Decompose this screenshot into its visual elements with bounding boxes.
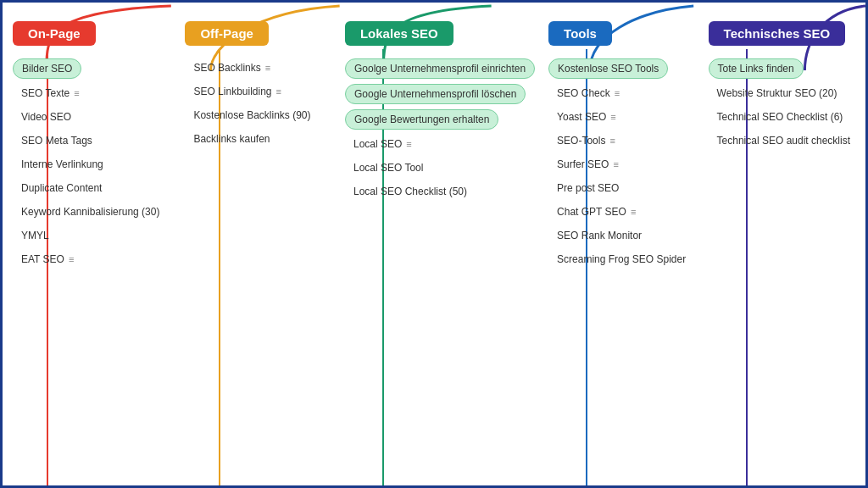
column-header-offpage[interactable]: Off-Page <box>185 21 269 46</box>
node-onpage-4[interactable]: Interne Verlinkung <box>13 155 112 174</box>
column-technisches: Technisches SEOTote Links findenWebsite … <box>702 3 865 485</box>
node-tools-0[interactable]: Kostenlose SEO Tools <box>548 58 668 79</box>
node-onpage-5[interactable]: Duplicate Content <box>13 179 110 197</box>
node-lokales-2[interactable]: Google Bewertungen erhalten <box>345 109 498 130</box>
node-offpage-2[interactable]: Kostenlose Backlinks (90) <box>185 106 319 125</box>
node-tools-8[interactable]: Screaming Frog SEO Spider <box>548 250 694 269</box>
column-header-technisches[interactable]: Technisches SEO <box>709 21 846 46</box>
node-tools-2[interactable]: Yoast SEO <box>548 108 625 126</box>
node-lokales-5[interactable]: Local SEO Checklist (50) <box>345 182 476 201</box>
node-tools-6[interactable]: Chat GPT SEO <box>548 202 644 221</box>
node-onpage-6[interactable]: Keyword Kannibalisierung (30) <box>13 202 168 221</box>
node-lokales-4[interactable]: Local SEO Tool <box>345 158 432 177</box>
column-header-lokales[interactable]: Lokales SEO <box>345 21 453 46</box>
node-technisches-1[interactable]: Website Struktur SEO (20) <box>709 84 846 103</box>
node-technisches-0[interactable]: Tote Links finden <box>709 58 804 79</box>
node-offpage-3[interactable]: Backlinks kaufen <box>185 130 278 148</box>
node-onpage-1[interactable]: SEO Texte <box>13 84 88 103</box>
node-tools-5[interactable]: Pre post SEO <box>548 179 627 197</box>
node-tools-1[interactable]: SEO Check <box>548 84 628 103</box>
node-lokales-3[interactable]: Local SEO <box>345 135 420 153</box>
main-container: On-PageBilder SEOSEO TexteVideo SEOSEO M… <box>3 3 865 485</box>
node-tools-7[interactable]: SEO Rank Monitor <box>548 226 650 245</box>
node-onpage-8[interactable]: EAT SEO <box>13 250 82 269</box>
node-technisches-3[interactable]: Technical SEO audit checklist <box>709 131 859 150</box>
column-offpage: Off-PageSEO BacklinksSEO LinkbuildingKos… <box>175 3 338 485</box>
node-tools-4[interactable]: Surfer SEO <box>548 155 627 174</box>
columns-wrapper: On-PageBilder SEOSEO TexteVideo SEOSEO M… <box>3 3 865 485</box>
node-offpage-0[interactable]: SEO Backlinks <box>185 58 279 77</box>
node-onpage-2[interactable]: Video SEO <box>13 108 80 126</box>
column-header-tools[interactable]: Tools <box>548 21 612 46</box>
column-header-onpage[interactable]: On-Page <box>13 21 96 46</box>
column-onpage: On-PageBilder SEOSEO TexteVideo SEOSEO M… <box>3 3 175 485</box>
node-lokales-0[interactable]: Goolge Unternehmensprofil einrichten <box>345 58 535 79</box>
column-tools: ToolsKostenlose SEO ToolsSEO CheckYoast … <box>542 3 702 485</box>
node-onpage-7[interactable]: YMYL <box>13 226 58 245</box>
node-technisches-2[interactable]: Technical SEO Checklist (6) <box>709 108 852 126</box>
node-lokales-1[interactable]: Google Unternehmensprofil löschen <box>345 84 526 104</box>
column-lokales: Lokales SEOGoolge Unternehmensprofil ein… <box>338 3 542 485</box>
node-onpage-3[interactable]: SEO Meta Tags <box>13 131 101 150</box>
node-onpage-0[interactable]: Bilder SEO <box>13 58 81 79</box>
node-offpage-1[interactable]: SEO Linkbuilding <box>185 82 289 101</box>
node-tools-3[interactable]: SEO-Tools <box>548 131 624 150</box>
